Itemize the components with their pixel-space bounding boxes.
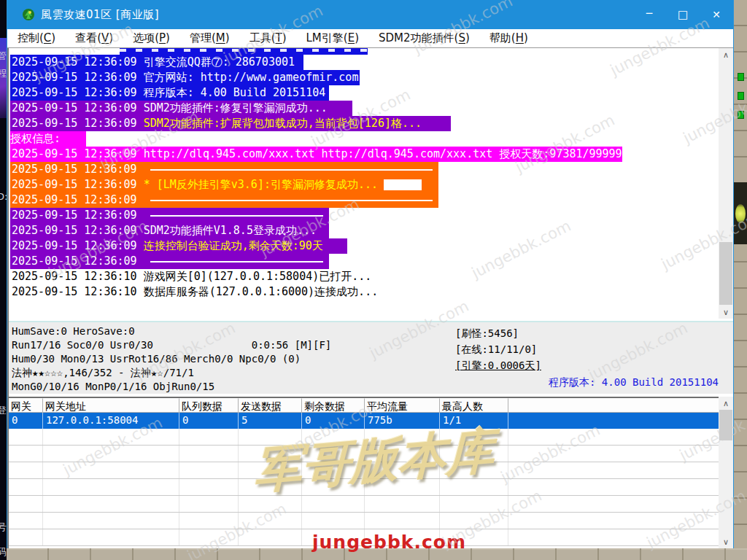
status-panel: HumSave:0 HeroSave:0Run17/16 Soc0/0 Usr0… <box>9 321 733 394</box>
column-header[interactable]: 平均流量 <box>365 398 440 413</box>
table-empty-row <box>9 513 719 529</box>
desktop-right-strip <box>734 0 747 560</box>
column-header-filler <box>508 398 719 413</box>
log-line: 2025-09-15 12:36:09 <box>10 208 719 223</box>
wallpaper-green-glyph <box>738 92 744 100</box>
scroll-up-icon[interactable]: ∧ <box>719 48 733 61</box>
scroll-down-icon[interactable]: ∨ <box>719 535 733 548</box>
status-counter: [在线:11/11/0] <box>455 341 541 357</box>
column-header[interactable]: 最高人数 <box>440 398 508 413</box>
table-cell: 0 <box>179 413 239 429</box>
log-line: 2025-09-15 12:36:09 SDM2功能插件V1.8.5登录成功..… <box>10 223 719 238</box>
column-header[interactable]: 发送数据 <box>239 398 302 413</box>
menu-item-e[interactable]: LM引擎(E) <box>306 31 360 45</box>
window-title: 風雲攻速01区 [商业版] <box>41 8 159 22</box>
program-version: 程序版本: 4.00 Build 20151104 <box>549 376 719 389</box>
scroll-down-icon[interactable]: ∨ <box>719 306 733 319</box>
column-header[interactable]: 队列数据 <box>179 398 239 413</box>
log-line: 2025-09-15 12:36:09 连接控制台验证成功,剩余天数:90天 <box>10 238 719 254</box>
log-line: 2025-09-15 12:36:09 http://dlq.945.com/x… <box>10 147 719 162</box>
log-scrollbar[interactable]: ∧ ∨ <box>719 48 733 319</box>
wallpaper-glyph-fragment: D: <box>0 191 7 202</box>
log-line: 2025-09-15 12:36:09 * [LM反外挂引擎v3.6]:引擎漏洞… <box>10 177 719 192</box>
minimize-icon: ─ <box>646 7 652 19</box>
maximize-icon: □ <box>678 8 688 21</box>
table-row[interactable]: 0127.0.0.1:58004050775b1/1 <box>9 413 719 429</box>
log-area[interactable]: 2025-09-15 12:36:09 引擎交流QQ群⑦: 2867030012… <box>9 48 719 319</box>
wallpaper-glyph-fragment: 登 <box>0 404 7 417</box>
log-line: 2025-09-15 12:36:10 数据库服务器(127.0.0.1:600… <box>10 284 719 300</box>
menu-item-h[interactable]: 帮助(H) <box>489 31 528 45</box>
table-cell: 0 <box>302 413 365 429</box>
separator-line <box>150 261 323 262</box>
log-line-partial <box>10 48 719 55</box>
log-panel: 2025-09-15 12:36:09 引擎交流QQ群⑦: 2867030012… <box>9 48 733 319</box>
log-line: 2025-09-15 12:36:09 SDM2功能插件:扩展背包加载成功,当前… <box>10 116 719 131</box>
menu-bar: 控制(C)查看(V)选项(P)管理(M)工具(T)LM引擎(E)SDM2功能插件… <box>7 29 733 48</box>
column-header[interactable]: 网关地址 <box>43 398 179 413</box>
highlight-box <box>384 179 422 190</box>
menu-item-s[interactable]: SDM2功能插件(S) <box>379 31 470 45</box>
status-right-column: [刷怪:5456][在线:11/11/0][引擎:0.0006天] <box>455 325 541 373</box>
minimize-button[interactable]: ─ <box>632 0 666 29</box>
desktop-left-strip: 管程D:登.号码 <box>0 0 7 560</box>
log-line: 2025-09-15 12:36:09 <box>10 192 719 208</box>
status-counter: [引擎:0.0006天] <box>455 357 541 373</box>
menu-item-c[interactable]: 控制(C) <box>18 31 55 45</box>
log-line: 2025-09-15 12:36:09 <box>10 162 719 177</box>
status-line: Run17/16 Soc0/0 Usr0/30 0:0:56 [M][F] <box>12 338 331 352</box>
column-header[interactable]: 网关 <box>9 398 43 413</box>
log-line: 2025-09-15 12:36:09 程序版本: 4.00 Build 201… <box>10 85 719 101</box>
maximize-button[interactable]: □ <box>666 0 700 29</box>
status-counter: [刷怪:5456] <box>455 325 541 341</box>
window-controls: ─ □ ✕ <box>632 0 733 29</box>
menu-item-p[interactable]: 选项(P) <box>133 31 170 45</box>
wallpaper-glyph-fragment: 管 <box>0 50 7 63</box>
log-scrollbar-thumb[interactable] <box>719 242 732 305</box>
status-line: MonG0/10/16 MonP0/1/16 ObjRun0/15 <box>12 380 331 394</box>
status-left-column: HumSave:0 HeroSave:0Run17/16 Soc0/0 Usr0… <box>12 324 331 394</box>
status-line: 法神★★☆☆☆,146/352 - 法神★☆/71/1 <box>12 366 331 380</box>
wallpaper-glow <box>735 204 746 223</box>
log-line: 2025-09-15 12:36:09 SDM2功能插件:修复引擎漏洞成功... <box>10 101 719 116</box>
log-line: 2025-09-15 12:36:09 引擎交流QQ群⑦: 286703001 <box>10 55 719 70</box>
wallpaper-glyph-fragment: 码 <box>0 545 7 559</box>
log-line: 2025-09-15 12:36:09 官方网站: http://www.gam… <box>10 70 719 85</box>
wallpaper-glyph-fragment: 程 <box>0 67 7 80</box>
wallpaper-green-glyph <box>738 111 744 119</box>
wallpaper-green-glyph <box>738 73 744 81</box>
scroll-up-icon[interactable]: ∧ <box>719 397 733 410</box>
status-line: Hum0/30 Mon0/13 UsrRot16/86 Merch0/0 Npc… <box>12 352 331 366</box>
watermark-site-red: jungebbk.com <box>312 532 466 553</box>
title-bar: 風雲攻速01区 [商业版] ─ □ ✕ <box>7 0 733 29</box>
table-cell: 127.0.0.1:58004 <box>43 413 179 429</box>
close-icon: ✕ <box>712 9 721 20</box>
app-icon <box>22 8 35 21</box>
close-button[interactable]: ✕ <box>700 0 733 29</box>
table-cell: 5 <box>239 413 302 429</box>
table-empty-row <box>9 496 719 513</box>
log-line: 授权信息: <box>10 131 719 147</box>
log-line: 2025-09-15 12:36:10 游戏网关[0](127.0.0.1:58… <box>10 269 719 284</box>
column-header[interactable]: 剩余数据 <box>302 398 365 413</box>
menu-item-m[interactable]: 管理(M) <box>190 31 230 45</box>
separator-line <box>150 169 433 171</box>
table-cell: 0 <box>9 413 43 429</box>
table-scrollbar[interactable]: ∧ ∨ <box>719 397 733 548</box>
status-line: HumSave:0 HeroSave:0 <box>12 324 331 338</box>
menu-item-v[interactable]: 查看(V) <box>75 31 113 45</box>
separator-line <box>150 200 433 201</box>
wallpaper-glyph-fragment: 号 <box>0 521 7 534</box>
menu-item-t[interactable]: 工具(T) <box>249 31 287 45</box>
log-line: 2025-09-15 12:36:09 <box>10 254 719 269</box>
separator-line <box>150 215 323 217</box>
table-scrollbar-thumb[interactable] <box>719 410 732 440</box>
table-header-row: 网关网关地址队列数据发送数据剩余数据平均流量最高人数 <box>9 397 719 413</box>
